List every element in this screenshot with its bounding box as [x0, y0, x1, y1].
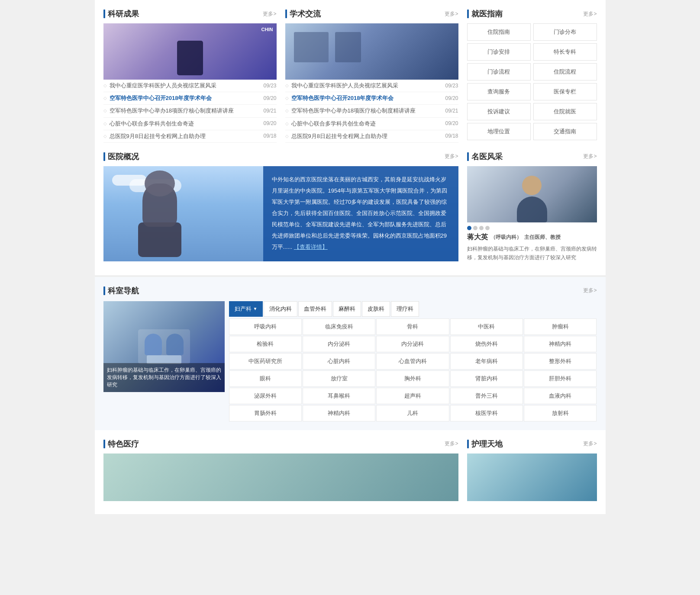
special-more-link[interactable]: 更多>	[445, 440, 458, 447]
famous-more-link[interactable]: 更多>	[583, 153, 597, 160]
nursing-more-link[interactable]: 更多>	[583, 440, 597, 447]
dept-tab-1[interactable]: 消化内科	[264, 301, 297, 317]
dept-item-2[interactable]: 骨科	[376, 318, 449, 335]
nursing-section: 护理天地 更多>	[467, 439, 597, 501]
chevron-down-icon: ▼	[253, 306, 258, 311]
nursing-image	[467, 453, 597, 501]
dept-grid: 呼吸内科 临床免疫科 骨科 中医科 肿瘤科 检验科 内分泌科 内分泌科 烧伤外科…	[229, 318, 597, 421]
guide-btn-6[interactable]: 查询服务	[467, 83, 531, 100]
dept-item-0[interactable]: 呼吸内科	[229, 318, 302, 335]
dept-item-16[interactable]: 放疗室	[303, 370, 375, 387]
dept-top-tabs: 妇产科 ▼ 消化内科 血管外科 麻醉科 皮肤科 理疗科	[229, 301, 597, 317]
research-news-item-3[interactable]: ◇ 心脏中心联合多学科共创生命奇迹 09/20	[103, 118, 277, 130]
famous-title: 名医风采	[467, 151, 503, 162]
dept-item-3[interactable]: 中医科	[450, 318, 523, 335]
dept-item-18[interactable]: 肾脏内科	[450, 370, 523, 387]
research-news-item-4[interactable]: ◇ 总医院9月8日起挂号全程网上自助办理 09/18	[103, 130, 277, 143]
dept-tab-4[interactable]: 皮肤科	[362, 301, 390, 317]
guide-btn-3[interactable]: 特长专科	[533, 43, 597, 61]
overview-detail-link[interactable]: 【查看详情】	[294, 244, 328, 250]
dept-nav-band: 科室导航 更多> 妇科肿瘤的基础与临床工作，在卵巢癌、宫颈癌的发病转移	[95, 275, 606, 430]
famous-dot-3[interactable]	[479, 226, 484, 230]
dept-item-8[interactable]: 烧伤外科	[450, 336, 523, 352]
famous-dots	[467, 226, 597, 230]
dept-nav-more-link[interactable]: 更多>	[583, 287, 597, 294]
overview-more-link[interactable]: 更多>	[445, 153, 458, 160]
guide-title: 就医指南	[467, 9, 503, 19]
overview-title: 医院概况	[103, 151, 139, 162]
guide-btn-4[interactable]: 门诊流程	[467, 63, 531, 80]
famous-section: 名医风采 更多>	[467, 151, 597, 262]
academic-news-item-4[interactable]: ◇ 总医院9月8日起挂号全程网上自助办理 09/18	[285, 130, 458, 143]
research-news-item-2[interactable]: ◇ 空军特色医学中心举办18项医疗核心制度精讲讲座 09/21	[103, 105, 277, 117]
dept-item-29[interactable]: 放射科	[524, 405, 597, 421]
guide-section: 就医指南 更多> 住院指南 门诊分布 门诊安排 特长专科 门诊流程 住院流程 查…	[467, 9, 597, 143]
famous-doctor-name: 蒋大英 （呼吸内科） 主任医师、教授	[467, 233, 597, 242]
dept-tabs-area: 妇产科 ▼ 消化内科 血管外科 麻醉科 皮肤科 理疗科 呼吸内科 临床免疫科 骨…	[229, 301, 597, 421]
guide-btn-9[interactable]: 住院就医	[533, 103, 597, 120]
academic-news-item-2[interactable]: ◇ 空军特色医学中心举办18项医疗核心制度精讲讲座 09/21	[285, 105, 458, 117]
dept-nav-title-row: 科室导航 更多>	[103, 286, 597, 296]
dept-tab-0[interactable]: 妇产科 ▼	[229, 301, 263, 317]
research-news-list: ◇ 我中心重症医学科医护人员央视综艺展风采 09/23 ◇ 空军特色医学中心召开…	[103, 80, 277, 143]
academic-title: 学术交流	[285, 9, 321, 19]
dept-item-21[interactable]: 耳鼻喉科	[303, 388, 375, 404]
famous-dot-2[interactable]	[473, 226, 477, 230]
research-image: CHIN	[103, 23, 277, 80]
dept-item-10[interactable]: 中医药研究所	[229, 353, 302, 370]
research-news-item-0[interactable]: ◇ 我中心重症医学科医护人员央视综艺展风采 09/23	[103, 80, 277, 92]
famous-doctor-desc: 妇科肿瘤的基础与临床工作，在卵巢癌、宫颈癌的发病转移，复发机制与基因治疗方面进行…	[467, 244, 597, 262]
dept-item-9[interactable]: 神精内科	[524, 336, 597, 352]
dept-item-1[interactable]: 临床免疫科	[303, 318, 375, 335]
research-news-item-1[interactable]: ◇ 空军特色医学中心召开2018年度学术年会 09/20	[103, 92, 277, 105]
academic-header: 学术交流 更多>	[285, 9, 458, 19]
dept-item-5[interactable]: 检验科	[229, 336, 302, 352]
dept-item-28[interactable]: 核医学科	[450, 405, 523, 421]
guide-btn-11[interactable]: 交通指南	[533, 123, 597, 140]
dept-item-13[interactable]: 老年病科	[450, 353, 523, 370]
special-title: 特色医疗	[103, 439, 139, 449]
guide-btn-2[interactable]: 门诊安排	[467, 43, 531, 61]
academic-news-item-3[interactable]: ◇ 心脏中心联合多学科共创生命奇迹 09/20	[285, 118, 458, 130]
dept-item-23[interactable]: 普外三科	[450, 388, 523, 404]
nursing-header: 护理天地 更多>	[467, 439, 597, 449]
guide-btn-8[interactable]: 投诉建议	[467, 103, 531, 120]
guide-btn-10[interactable]: 地理位置	[467, 123, 531, 140]
dept-item-20[interactable]: 泌尿外科	[229, 388, 302, 404]
dept-item-14[interactable]: 整形外科	[524, 353, 597, 370]
academic-more-link[interactable]: 更多>	[445, 10, 458, 18]
dept-item-25[interactable]: 胃肠外科	[229, 405, 302, 421]
dept-item-27[interactable]: 儿科	[376, 405, 449, 421]
dept-item-19[interactable]: 肝胆外科	[524, 370, 597, 387]
dept-tab-3[interactable]: 麻醉科	[333, 301, 361, 317]
guide-btn-0[interactable]: 住院指南	[467, 23, 531, 41]
famous-dot-4[interactable]	[485, 226, 490, 230]
dept-tab-5[interactable]: 理疗科	[391, 301, 419, 317]
dept-item-6[interactable]: 内分泌科	[303, 336, 375, 352]
dept-item-11[interactable]: 心脏内科	[303, 353, 375, 370]
overview-image: 中外知名的西京医院坐落在美丽的古城西安，其前身是延安抗战烽火岁月里诞生的中央医院…	[103, 166, 458, 261]
famous-doctor-image	[467, 166, 597, 222]
dept-item-7[interactable]: 内分泌科	[376, 336, 449, 352]
research-more-link[interactable]: 更多>	[263, 10, 276, 18]
dept-tab-2[interactable]: 血管外科	[298, 301, 332, 317]
dept-item-26[interactable]: 神精内科	[303, 405, 375, 421]
famous-header: 名医风采 更多>	[467, 151, 597, 162]
dept-item-22[interactable]: 超声科	[376, 388, 449, 404]
guide-btn-7[interactable]: 医保专栏	[533, 83, 597, 100]
dept-item-15[interactable]: 眼科	[229, 370, 302, 387]
guide-more-link[interactable]: 更多>	[583, 10, 597, 18]
dept-item-4[interactable]: 肿瘤科	[524, 318, 597, 335]
famous-dot-1[interactable]	[467, 226, 471, 230]
dept-item-17[interactable]: 胸外科	[376, 370, 449, 387]
academic-news-item-0[interactable]: ◇ 我中心重症医学科医护人员央视综艺展风采 09/23	[285, 80, 458, 92]
dept-item-12[interactable]: 心血管内科	[376, 353, 449, 370]
academic-news-item-1[interactable]: ◇ 空军特色医学中心召开2018年度学术年会 09/20	[285, 92, 458, 105]
dept-item-24[interactable]: 血液内科	[524, 388, 597, 404]
overview-header: 医院概况 更多>	[103, 151, 458, 162]
dept-nav-image: 妇科肿瘤的基础与临床工作，在卵巢癌、宫颈癌的发病转移，复发机制与基因治疗方面进行…	[103, 301, 225, 392]
overview-text: 中外知名的西京医院坐落在美丽的古城西安，其前身是延安抗战烽火岁月里诞生的中央医院…	[263, 166, 458, 261]
guide-btn-1[interactable]: 门诊分布	[533, 23, 597, 41]
guide-btn-5[interactable]: 住院流程	[533, 63, 597, 80]
dept-desc-overlay: 妇科肿瘤的基础与临床工作，在卵巢癌、宫颈癌的发病转移，复发机制与基因治疗方面进行…	[103, 363, 225, 392]
